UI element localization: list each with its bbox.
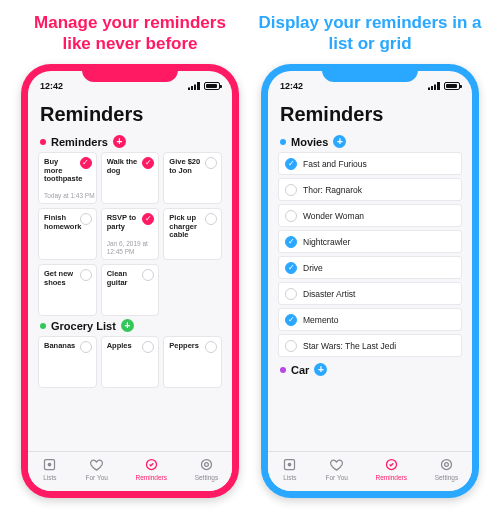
list-item[interactable]: ✓Memento (278, 308, 462, 331)
reminders-icon (383, 456, 399, 472)
reminder-card[interactable]: Finish homework (38, 208, 97, 260)
section-name: Car (291, 364, 309, 376)
checkbox-icon[interactable] (285, 340, 297, 352)
svg-point-9 (441, 459, 451, 469)
section-name: Movies (291, 136, 328, 148)
checkbox-icon[interactable] (205, 157, 217, 169)
promo-panel-grid: Manage your reminders like never before … (18, 12, 242, 502)
reminder-grid: ✓Buy more toothpasteToday at 1:43 PM ✓Wa… (38, 152, 222, 316)
tab-lists[interactable]: Lists (282, 456, 298, 481)
section-dot (40, 323, 46, 329)
heart-icon (89, 456, 105, 472)
reminder-card[interactable]: Give $20 to Jon (163, 152, 222, 204)
gear-icon (438, 456, 454, 472)
battery-icon (204, 82, 220, 90)
section-header-car[interactable]: Car + (280, 363, 462, 376)
svg-point-1 (49, 463, 52, 466)
gear-icon (198, 456, 214, 472)
checkbox-icon[interactable]: ✓ (285, 262, 297, 274)
checkbox-icon[interactable] (285, 210, 297, 222)
phone-screen: 12:42 Reminders Reminders + ✓Buy more to… (28, 71, 232, 491)
list-item[interactable]: ✓Drive (278, 256, 462, 279)
reminder-grid: Bananas Apples Peppers (38, 336, 222, 388)
checkbox-icon[interactable] (142, 341, 154, 353)
signal-icon (428, 82, 440, 90)
tab-bar: Lists For You Reminders Settings (28, 451, 232, 491)
checkbox-icon[interactable] (142, 269, 154, 281)
add-icon[interactable]: + (333, 135, 346, 148)
svg-point-3 (205, 462, 209, 466)
reminder-card[interactable]: Pick up charger cable (163, 208, 222, 260)
svg-point-8 (445, 462, 449, 466)
reminder-card[interactable]: ✓Walk the dog (101, 152, 160, 204)
promo-headline: Display your reminders in a list or grid (258, 12, 482, 58)
reminder-card[interactable]: ✓Buy more toothpasteToday at 1:43 PM (38, 152, 97, 204)
checkbox-icon[interactable] (285, 184, 297, 196)
list-icon (42, 456, 58, 472)
add-icon[interactable]: + (314, 363, 327, 376)
section-dot (40, 139, 46, 145)
signal-icon (188, 82, 200, 90)
reminders-icon (143, 456, 159, 472)
list-item[interactable]: Star Wars: The Last Jedi (278, 334, 462, 357)
checkbox-icon[interactable] (285, 288, 297, 300)
promo-headline: Manage your reminders like never before (18, 12, 242, 58)
phone-notch (82, 64, 178, 82)
checkbox-icon[interactable]: ✓ (80, 157, 92, 169)
section-dot (280, 367, 286, 373)
tab-for-you[interactable]: For You (325, 456, 347, 481)
reminder-card[interactable]: Peppers (163, 336, 222, 388)
reminder-card[interactable]: Bananas (38, 336, 97, 388)
checkbox-icon[interactable] (80, 269, 92, 281)
reminder-card[interactable]: Apples (101, 336, 160, 388)
phone-notch (322, 64, 418, 82)
section-name: Grocery List (51, 320, 116, 332)
section-header-grocery[interactable]: Grocery List + (40, 319, 222, 332)
tab-reminders[interactable]: Reminders (376, 456, 407, 481)
list-item[interactable]: Wonder Woman (278, 204, 462, 227)
checkbox-icon[interactable]: ✓ (285, 314, 297, 326)
phone-frame: 12:42 Reminders Reminders + ✓Buy more to… (21, 64, 239, 498)
promo-panel-list: Display your reminders in a list or grid… (258, 12, 482, 502)
svg-point-6 (289, 463, 292, 466)
checkbox-icon[interactable]: ✓ (142, 213, 154, 225)
checkbox-icon[interactable] (205, 213, 217, 225)
reminder-card[interactable]: Get new shoes (38, 264, 97, 316)
tab-lists[interactable]: Lists (42, 456, 58, 481)
screen-title: Reminders (268, 95, 472, 132)
checkbox-icon[interactable]: ✓ (285, 236, 297, 248)
screen-title: Reminders (28, 95, 232, 132)
checkbox-icon[interactable] (80, 341, 92, 353)
section-header-reminders[interactable]: Reminders + (40, 135, 222, 148)
reminder-list: ✓Fast and Furious Thor: Ragnarok Wonder … (278, 152, 462, 360)
section-dot (280, 139, 286, 145)
checkbox-icon[interactable]: ✓ (285, 158, 297, 170)
list-item[interactable]: Disaster Artist (278, 282, 462, 305)
add-icon[interactable]: + (113, 135, 126, 148)
section-header-movies[interactable]: Movies + (280, 135, 462, 148)
reminder-card[interactable]: Clean guitar (101, 264, 160, 316)
content-area[interactable]: Reminders + ✓Buy more toothpasteToday at… (28, 132, 232, 451)
checkbox-icon[interactable] (205, 341, 217, 353)
status-time: 12:42 (40, 81, 63, 91)
tab-for-you[interactable]: For You (85, 456, 107, 481)
tab-reminders[interactable]: Reminders (136, 456, 167, 481)
status-time: 12:42 (280, 81, 303, 91)
heart-icon (329, 456, 345, 472)
phone-screen: 12:42 Reminders Movies + ✓Fast and Furio… (268, 71, 472, 491)
tab-settings[interactable]: Settings (195, 456, 219, 481)
list-item[interactable]: ✓Fast and Furious (278, 152, 462, 175)
content-area[interactable]: Movies + ✓Fast and Furious Thor: Ragnaro… (268, 132, 472, 451)
list-icon (282, 456, 298, 472)
svg-point-4 (201, 459, 211, 469)
list-item[interactable]: Thor: Ragnarok (278, 178, 462, 201)
reminder-card[interactable]: ✓RSVP to partyJan 6, 2019 at 12:45 PM (101, 208, 160, 260)
add-icon[interactable]: + (121, 319, 134, 332)
checkbox-icon[interactable]: ✓ (142, 157, 154, 169)
tab-bar: Lists For You Reminders Settings (268, 451, 472, 491)
battery-icon (444, 82, 460, 90)
tab-settings[interactable]: Settings (435, 456, 459, 481)
section-name: Reminders (51, 136, 108, 148)
list-item[interactable]: ✓Nightcrawler (278, 230, 462, 253)
checkbox-icon[interactable] (80, 213, 92, 225)
